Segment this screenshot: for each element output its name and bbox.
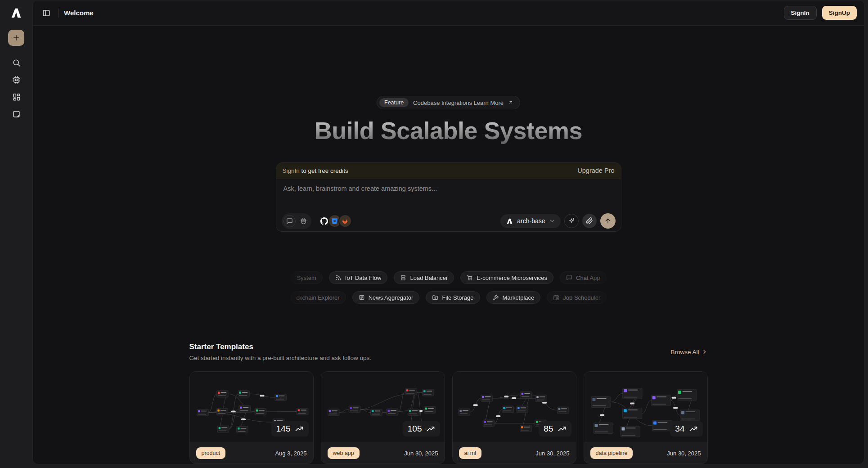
section-title: Starter Templates <box>189 342 371 351</box>
submit-prompt-button[interactable] <box>600 213 616 229</box>
arrow-up-right-icon <box>508 100 513 105</box>
gitlab-icon[interactable] <box>338 214 352 228</box>
chip-iot-data-flow[interactable]: IoT Data Flow <box>329 271 388 284</box>
usage-count-badge: 34 <box>670 421 702 436</box>
cpu-icon[interactable] <box>9 73 23 86</box>
gavel-icon <box>493 294 499 301</box>
chat-mode-button[interactable] <box>283 215 296 227</box>
upgrade-pro-link[interactable]: Upgrade Pro <box>577 167 614 174</box>
trending-up-icon <box>295 424 304 433</box>
chip-file-storage[interactable]: File Storage <box>426 291 480 304</box>
sidebar <box>0 0 32 468</box>
attach-file-button[interactable] <box>582 214 597 228</box>
signup-button[interactable]: SignUp <box>822 6 857 20</box>
app-logo-icon[interactable] <box>9 5 24 21</box>
template-date: Jun 30, 2025 <box>667 450 701 457</box>
message-icon <box>566 274 572 281</box>
server-icon <box>400 274 406 281</box>
trending-up-icon <box>689 424 698 433</box>
prompt-banner: SignIn to get free credits Upgrade Pro <box>276 163 621 179</box>
template-cards: 145productAug 3, 2025105web appJun 30, 2… <box>189 371 708 464</box>
chip-e-commerce-microservices[interactable]: E-commerce Microservices <box>460 271 553 284</box>
prompt-input[interactable] <box>276 179 621 210</box>
prompt-toolbar: arch-base <box>276 210 621 232</box>
mode-pill <box>282 213 311 229</box>
model-name: arch-base <box>517 217 545 225</box>
card-footer: data pipelineJun 30, 2025 <box>584 442 707 464</box>
calendar-clock-icon <box>553 294 559 301</box>
trending-up-icon <box>558 424 567 433</box>
template-card-ai-ml[interactable]: 85ai mlJun 30, 2025 <box>452 371 576 464</box>
topbar-divider <box>58 9 58 18</box>
chip-row-2: ckchain ExplorerNews AggregatorFile Stor… <box>269 291 629 304</box>
template-thumbnail: 34 <box>584 372 707 442</box>
section-subtitle: Get started instantly with a pre-built a… <box>189 355 371 361</box>
hero-title: Build Scalable Systems <box>315 116 582 146</box>
model-logo-icon <box>506 217 513 225</box>
usage-count-badge: 145 <box>271 421 309 436</box>
dashboard-icon[interactable] <box>9 90 23 104</box>
chip-marketplace[interactable]: Marketplace <box>486 291 541 304</box>
agent-mode-button[interactable] <box>297 215 310 227</box>
card-footer: web appJun 30, 2025 <box>321 442 445 464</box>
sidebar-toggle-button[interactable] <box>40 7 53 19</box>
feature-badge-text: Codebase Integrations Learn More <box>413 99 504 106</box>
feature-badge[interactable]: Feature Codebase Integrations Learn More <box>377 96 520 109</box>
card-footer: productAug 3, 2025 <box>190 442 313 464</box>
template-date: Aug 3, 2025 <box>275 450 306 457</box>
model-selector[interactable]: arch-base <box>500 214 560 228</box>
template-tag: product <box>196 447 226 459</box>
banner-text: to get free credits <box>300 167 348 174</box>
signin-button[interactable]: SignIn <box>784 6 817 20</box>
template-tag: data pipeline <box>590 447 633 459</box>
template-thumbnail: 105 <box>321 372 445 442</box>
trending-up-icon <box>426 424 435 433</box>
chip-load-balancer[interactable]: Load Balancer <box>394 271 454 284</box>
template-date: Jun 30, 2025 <box>404 450 438 457</box>
chip-news-aggregator[interactable]: News Aggregator <box>352 291 420 304</box>
usage-count-badge: 85 <box>539 421 571 436</box>
card-footer: ai mlJun 30, 2025 <box>453 442 576 464</box>
chevron-down-icon <box>549 218 555 224</box>
app-root: Welcome SignIn SignUp Feature Codebase I… <box>0 0 868 468</box>
enhance-prompt-button[interactable] <box>564 214 579 228</box>
main-panel: Welcome SignIn SignUp Feature Codebase I… <box>32 0 864 464</box>
search-icon[interactable] <box>9 56 23 69</box>
usage-count-badge: 105 <box>403 421 440 436</box>
folder-down-icon <box>432 294 438 301</box>
new-diagram-button[interactable] <box>8 30 24 46</box>
suggestion-chips: SystemIoT Data FlowLoad BalancerE-commer… <box>269 271 629 304</box>
chip-job-scheduler[interactable]: Job Scheduler <box>547 291 607 304</box>
integrations-group <box>318 214 352 228</box>
chevron-right-icon <box>702 349 708 355</box>
template-tag: web app <box>328 447 360 459</box>
page-title: Welcome <box>64 9 94 17</box>
prompt-box: SignIn to get free credits Upgrade Pro <box>276 162 621 232</box>
note-icon[interactable] <box>9 107 23 121</box>
chip-chat-app[interactable]: Chat App <box>560 271 607 284</box>
newspaper-icon <box>359 294 365 301</box>
template-card-product[interactable]: 145productAug 3, 2025 <box>189 371 314 464</box>
feature-pill: Feature <box>379 98 409 107</box>
rss-icon <box>335 274 342 281</box>
template-card-data-pipeline[interactable]: 34data pipelineJun 30, 2025 <box>584 371 708 464</box>
chip-system[interactable]: System <box>290 271 322 284</box>
template-thumbnail: 85 <box>453 372 576 442</box>
browse-all-link[interactable]: Browse All <box>670 349 707 356</box>
chip-ckchain-explorer[interactable]: ckchain Explorer <box>290 291 346 304</box>
starter-templates-section: Starter Templates Get started instantly … <box>189 342 708 464</box>
cart-icon <box>467 274 473 281</box>
chip-row-1: SystemIoT Data FlowLoad BalancerE-commer… <box>269 271 629 284</box>
topbar: Welcome SignIn SignUp <box>33 0 864 26</box>
banner-signin-link[interactable]: SignIn <box>283 167 300 174</box>
template-tag: ai ml <box>459 447 481 459</box>
template-card-web-app[interactable]: 105web appJun 30, 2025 <box>321 371 445 464</box>
content-area: Feature Codebase Integrations Learn More… <box>33 26 864 464</box>
template-thumbnail: 145 <box>190 372 313 442</box>
template-date: Jun 30, 2025 <box>535 450 569 457</box>
